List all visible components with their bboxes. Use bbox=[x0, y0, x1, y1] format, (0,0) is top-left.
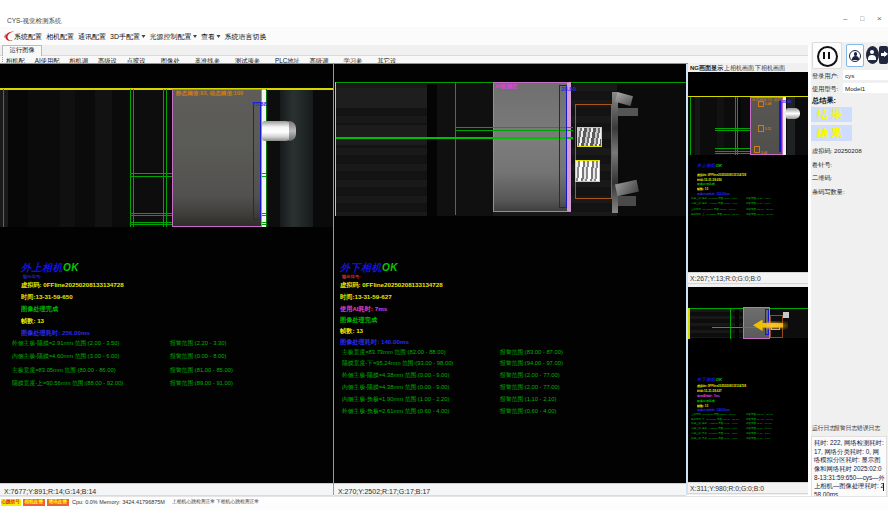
camera2-title: 外下相机OK bbox=[340, 262, 398, 273]
tab-run-image-label: 运行图像 bbox=[9, 47, 34, 56]
camera1-measurements: 外侧主极-隔膜=2.91mm 范围:(2.00 - 3.50)报警范围:(2.2… bbox=[12, 339, 332, 399]
measure-rect-blue bbox=[253, 102, 261, 220]
ng-view1-statusbar: X:267;Y:13;R:0;G:0;B:0 bbox=[688, 272, 809, 284]
defect-label: 0.48 bbox=[765, 102, 771, 105]
menu-item-4[interactable]: 光源控制配置 bbox=[149, 32, 197, 41]
tab-row: 运行图像 bbox=[0, 45, 808, 56]
qr-label: 二维码: bbox=[812, 174, 832, 183]
pause-icon bbox=[817, 46, 838, 67]
tab-box-yellow-2 bbox=[575, 160, 600, 182]
pin-label: 卷针号: bbox=[812, 161, 832, 170]
menu-item-1[interactable]: 相机配置 bbox=[46, 32, 74, 41]
ai-roi-label: AI检测区 bbox=[495, 83, 517, 89]
model-label: 使用型号: bbox=[812, 85, 839, 94]
camera2-done: 图像处理完成 bbox=[340, 317, 377, 324]
mini-blue-value: 25.88 bbox=[782, 100, 791, 104]
cam-down-status: 下相机心跳检测正常 bbox=[216, 499, 259, 504]
mini-clip bbox=[786, 108, 800, 119]
menu-bar: 系统配置相机配置通讯配置3D手配置光源控制配置查看系统语言切换 bbox=[0, 27, 888, 45]
logout-button[interactable] bbox=[879, 46, 888, 65]
log-tab-error[interactable]: 错误日志 bbox=[857, 425, 880, 431]
baseline-green-vertical bbox=[455, 82, 456, 215]
baseline-green-main bbox=[336, 137, 573, 139]
operator-icon bbox=[866, 46, 879, 64]
camera2-coords: X:270;Y:2502;R:17;G:17;B:17 bbox=[338, 487, 430, 495]
defect-box bbox=[754, 146, 760, 153]
title-bar: CYS-视觉检测系统 – □ × bbox=[0, 13, 888, 27]
menu-item-3[interactable]: 3D手配置 bbox=[110, 32, 145, 41]
user-icon bbox=[849, 50, 861, 62]
tab-box-yellow-1 bbox=[577, 127, 602, 148]
metal-clip bbox=[262, 121, 296, 142]
menu-items: 系统配置相机配置通讯配置3D手配置光源控制配置查看系统语言切换 bbox=[14, 32, 266, 41]
logout-icon bbox=[879, 46, 888, 64]
app-statusbar: 心跳信号 相机连接 通讯连接 Cpu: 0.0% Memory: 3424.41… bbox=[0, 496, 888, 511]
camera2-measurements: 主极宽度=83.73mm 范围:(82.00 - 88.00)报警范围:(83.… bbox=[342, 348, 682, 423]
sidebar: 登录用户: cys 使用型号: Model1 总结果: 结果 结果 虚拟码: 2… bbox=[811, 42, 888, 510]
camera1-statusbar: X:7677;Y:891;R:14;G:14;B:14 bbox=[0, 483, 333, 496]
application-window: CYS-视觉检测系统 – □ × 系统配置相机配置通讯配置3D手配置光源控制配置… bbox=[0, 0, 888, 522]
close-button[interactable]: × bbox=[877, 14, 882, 23]
user-mode-button[interactable] bbox=[846, 44, 864, 67]
result-box-1: 结果 bbox=[811, 107, 852, 123]
pause-button[interactable] bbox=[812, 42, 842, 69]
camera1-frames: 帧数: 13 bbox=[21, 318, 44, 325]
roi-brown bbox=[575, 104, 612, 199]
ng-tab-cam-down[interactable]: 下相机画面 bbox=[755, 65, 785, 72]
edge-yellow-line bbox=[335, 82, 337, 216]
login-label: 登录用户: bbox=[812, 72, 839, 81]
minimize-button[interactable]: – bbox=[843, 14, 847, 23]
maximize-button[interactable]: □ bbox=[860, 15, 864, 23]
ng-tab-cam-up[interactable]: 上相机画面 bbox=[724, 65, 754, 72]
heartbeat-badge: 心跳信号 bbox=[1, 499, 21, 506]
mini-yellow-line bbox=[688, 96, 809, 97]
ng-view2[interactable]: 外下相机OK 虚拟码: 0FFline20250208133134728 时间:… bbox=[688, 287, 809, 482]
camera2-ai: 使用AI耗时: 7ms bbox=[340, 306, 387, 313]
camera2-elapsed: 图像处理耗时: 140.00ms bbox=[340, 339, 409, 346]
camera1-time: 时间:13-31-59-650 bbox=[21, 294, 73, 301]
log-tab-run[interactable]: 运行日志 bbox=[812, 425, 835, 431]
camera1-signal: 输出信号: bbox=[23, 274, 42, 279]
result-box-2: 结果 bbox=[811, 125, 852, 141]
operator-button[interactable] bbox=[866, 46, 880, 65]
mini-yellow-vline bbox=[688, 308, 690, 339]
log-box[interactable]: 耗时: 222, 网络检测耗时: 17, 网络分类耗时: 0, 网络模拟分区耗时… bbox=[811, 436, 888, 497]
camera1-coords: X:7677;Y:891;R:14;G:14;B:14 bbox=[4, 487, 96, 495]
measure-value-blue2: 28.80 bbox=[561, 86, 576, 93]
log-text: 耗时: 222, 网络检测耗时: 17, 网络分类耗时: 0, 网络模拟分区耗时… bbox=[814, 439, 885, 497]
menu-item-2[interactable]: 通讯配置 bbox=[78, 32, 106, 41]
model-field[interactable]: Model1 bbox=[843, 83, 888, 93]
camera2-view[interactable]: AI检测区 28.80 外下相机OK 输出信号: 虚拟码: 0FFline202… bbox=[334, 64, 686, 483]
ng-view1[interactable]: 0.48 0.51 0.46 静态阈值:93, 动态阈值:100 25.88 外… bbox=[688, 72, 809, 272]
comm-conn-badge: 通讯连接 bbox=[47, 499, 69, 506]
login-field[interactable]: cys bbox=[843, 70, 888, 80]
mini1-title: 外上相机OK bbox=[697, 163, 722, 168]
toolbar-grip bbox=[2, 57, 3, 62]
log-cursor bbox=[883, 483, 884, 491]
ng-panel: NG画面显示 上相机画面 下相机画面 bbox=[688, 63, 809, 495]
barcode-label: 虚拟码: 20250208 bbox=[812, 147, 862, 156]
camera2-frames: 帧数: 13 bbox=[340, 328, 363, 335]
ng-panel-label: NG画面显示 bbox=[690, 65, 723, 72]
measure-rect-blue2 bbox=[559, 85, 567, 209]
menu-item-6[interactable]: 系统语言切换 bbox=[224, 32, 266, 41]
menu-item-0[interactable]: 系统配置 bbox=[14, 32, 42, 41]
write-count-label: 条码写数量: bbox=[812, 188, 845, 197]
window-title: CYS-视觉检测系统 bbox=[7, 17, 62, 24]
tab-run-image[interactable]: 运行图像 bbox=[2, 45, 42, 56]
camera1-title: 外上相机OK bbox=[21, 262, 79, 273]
defect-label: 0.51 bbox=[765, 127, 771, 130]
log-tab-alarm[interactable]: 报警日志 bbox=[834, 425, 857, 431]
ng-view2-statusbar: X:311;Y:980;R:0;G:0;B:0 bbox=[688, 482, 809, 494]
defect-label: 0.46 bbox=[761, 151, 767, 154]
camera2-time: 时间:13-31-59-627 bbox=[340, 294, 392, 301]
cam-up-status: 上相机心跳检测正常 bbox=[172, 499, 215, 504]
camera2-barcode: 虚拟码: 0FFline20250208133134728 bbox=[340, 282, 443, 289]
barcode-value: 20250208 bbox=[834, 148, 862, 155]
mini2-title: 外下相机OK bbox=[697, 377, 722, 382]
camera2-signal: 输出信号: bbox=[342, 274, 361, 279]
camera1-view[interactable]: 静态阈值:93, 动态阈值:100 25.88 外上相机OK 输出信号: 虚拟码… bbox=[0, 64, 333, 483]
threshold-note: 静态阈值:93, 动态阈值:100 bbox=[176, 90, 243, 96]
camera1-done: 图像处理完成 bbox=[21, 306, 58, 313]
menu-item-5[interactable]: 查看 bbox=[201, 32, 221, 41]
